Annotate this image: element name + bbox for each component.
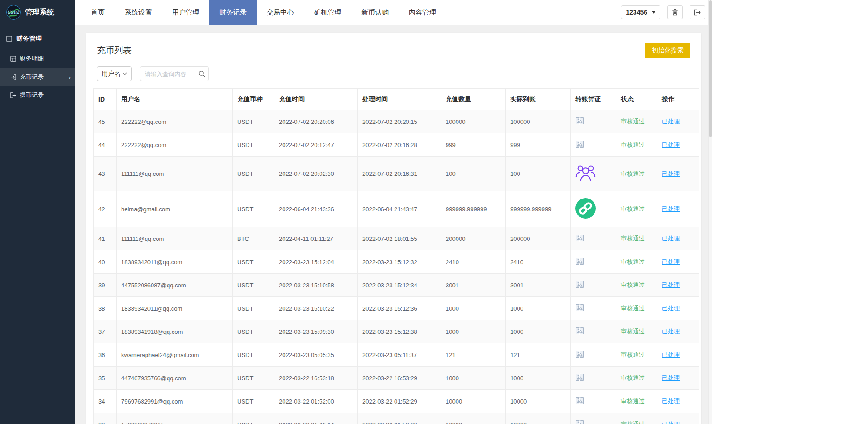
action-link[interactable]: 已处理: [662, 421, 680, 424]
action-link[interactable]: 已处理: [662, 398, 680, 404]
action-link[interactable]: 已处理: [662, 351, 680, 358]
cell-action: 已处理: [657, 390, 699, 413]
logout-button[interactable]: [690, 5, 705, 19]
scrollbar-thumb[interactable]: [709, 0, 712, 137]
status-text: 审核通过: [621, 170, 645, 177]
cell-deposit_time: 2022-03-23 15:10:22: [274, 297, 358, 320]
cell-deposit_time: 2022-04-11 01:11:27: [274, 227, 358, 250]
column-header-4: 处理时间: [358, 89, 441, 110]
cell-process_time: 2022-06-04 21:43:47: [358, 191, 441, 227]
cell-id: 42: [94, 191, 117, 227]
cell-coin: USDT: [233, 110, 274, 133]
action-link[interactable]: 已处理: [662, 235, 680, 242]
field-select[interactable]: 用户名: [97, 66, 132, 81]
action-link[interactable]: 已处理: [662, 305, 680, 312]
cell-amount: 999: [441, 133, 506, 157]
broken-image-icon[interactable]: [575, 140, 584, 148]
sidebar-item-label: 充币记录: [20, 73, 44, 81]
cell-actual: 999: [506, 133, 571, 157]
content-area: 充币列表 初始化搜索 用户名: [75, 25, 712, 424]
top-nav-item-3[interactable]: 财务记录: [209, 0, 257, 25]
cell-username: 111111@qq.com: [117, 227, 233, 250]
cell-actual: 999999.999999: [506, 191, 571, 227]
cell-id: 33: [94, 413, 117, 424]
cell-process_time: 2022-07-02 20:16:31: [358, 157, 441, 191]
browser-viewport: USDZ 管理系统 首页系统设置用户管理财务记录交易中心矿机管理新币认购内容管理…: [0, 0, 712, 424]
cell-amount: 1000: [441, 367, 506, 390]
cell-process_time: 2022-03-22 01:52:29: [358, 390, 441, 413]
top-bar: USDZ 管理系统 首页系统设置用户管理财务记录交易中心矿机管理新币认购内容管理…: [0, 0, 712, 25]
cell-coin: USDT: [233, 413, 274, 424]
cell-username: 18389341918@qq.com: [117, 320, 233, 343]
team-icon[interactable]: [575, 163, 596, 183]
cell-id: 36: [94, 343, 117, 367]
user-dropdown[interactable]: 123456: [621, 5, 660, 19]
top-nav-item-6[interactable]: 新币认购: [351, 0, 399, 25]
top-nav-item-4[interactable]: 交易中心: [257, 0, 304, 25]
action-link[interactable]: 已处理: [662, 170, 680, 177]
cell-coin: USDT: [233, 157, 274, 191]
action-link[interactable]: 已处理: [662, 374, 680, 381]
cell-voucher: [571, 274, 616, 297]
broken-image-icon[interactable]: [575, 281, 584, 288]
trash-button[interactable]: [667, 5, 683, 19]
table-header: ID用户名充值币种充值时间处理时间充值数量实际到账转账凭证状态操作: [94, 89, 699, 110]
broken-image-icon[interactable]: [575, 397, 584, 404]
cell-voucher: [571, 343, 616, 367]
cell-voucher: [571, 413, 616, 424]
cell-username: 447552086087@qq.com: [117, 274, 233, 297]
top-nav-item-7[interactable]: 内容管理: [399, 0, 446, 25]
broken-image-icon[interactable]: [575, 257, 584, 265]
broken-image-icon[interactable]: [575, 117, 584, 125]
action-link[interactable]: 已处理: [662, 205, 680, 212]
cell-deposit_time: 2022-07-02 20:12:47: [274, 133, 358, 157]
top-nav-item-2[interactable]: 用户管理: [162, 0, 209, 25]
column-header-6: 实际到账: [506, 89, 571, 110]
cell-username: 222222@qq.com: [117, 110, 233, 133]
action-link[interactable]: 已处理: [662, 141, 680, 148]
vertical-scrollbar[interactable]: [708, 0, 712, 424]
status-text: 审核通过: [621, 421, 645, 424]
broken-image-icon[interactable]: [575, 304, 584, 312]
search-icon[interactable]: [198, 70, 205, 77]
top-nav-item-5[interactable]: 矿机管理: [304, 0, 351, 25]
broken-image-icon[interactable]: [575, 420, 584, 424]
cell-deposit_time: 2022-07-02 20:02:30: [274, 157, 358, 191]
column-header-0: ID: [94, 89, 117, 110]
cell-process_time: 2022-03-23 05:11:37: [358, 343, 441, 367]
status-text: 审核通过: [621, 281, 645, 288]
card-header: 充币列表 初始化搜索: [93, 40, 694, 66]
sidebar-item-2[interactable]: 提币记录: [0, 86, 75, 104]
column-header-5: 充值数量: [441, 89, 506, 110]
table-row: 35447467935766@qq.comUSDT2022-03-22 16:5…: [94, 367, 699, 390]
cell-voucher: [571, 227, 616, 250]
cell-status: 审核通过: [616, 133, 657, 157]
action-link[interactable]: 已处理: [662, 258, 680, 265]
caret-down-icon: [652, 11, 655, 14]
status-text: 审核通过: [621, 205, 645, 212]
broken-image-icon[interactable]: [575, 234, 584, 242]
coin-icon[interactable]: [575, 198, 596, 219]
action-link[interactable]: 已处理: [662, 118, 680, 125]
broken-image-icon[interactable]: [575, 327, 584, 335]
cell-status: 审核通过: [616, 274, 657, 297]
action-link[interactable]: 已处理: [662, 328, 680, 335]
collapse-minus-icon: [6, 36, 12, 42]
cell-amount: 100000: [441, 110, 506, 133]
init-search-button[interactable]: 初始化搜索: [645, 43, 690, 58]
sidebar-item-1[interactable]: 充币记录›: [0, 68, 75, 86]
top-nav-item-0[interactable]: 首页: [81, 0, 115, 25]
broken-image-icon[interactable]: [575, 373, 584, 381]
cell-id: 41: [94, 227, 117, 250]
top-nav-item-1[interactable]: 系统设置: [115, 0, 162, 25]
table-row: 3818389342011@qq.comUSDT2022-03-23 15:10…: [94, 297, 699, 320]
table-row: 44222222@qq.comUSDT2022-07-02 20:12:4720…: [94, 133, 699, 157]
cell-action: 已处理: [657, 157, 699, 191]
sidebar-section-finance[interactable]: 财务管理: [0, 25, 75, 50]
cell-id: 35: [94, 367, 117, 390]
broken-image-icon[interactable]: [575, 350, 584, 358]
action-link[interactable]: 已处理: [662, 281, 680, 288]
cell-deposit_time: 2022-03-23 15:12:04: [274, 250, 358, 274]
cell-process_time: 2022-03-22 16:53:29: [358, 367, 441, 390]
sidebar-item-0[interactable]: 财务明细: [0, 50, 75, 68]
